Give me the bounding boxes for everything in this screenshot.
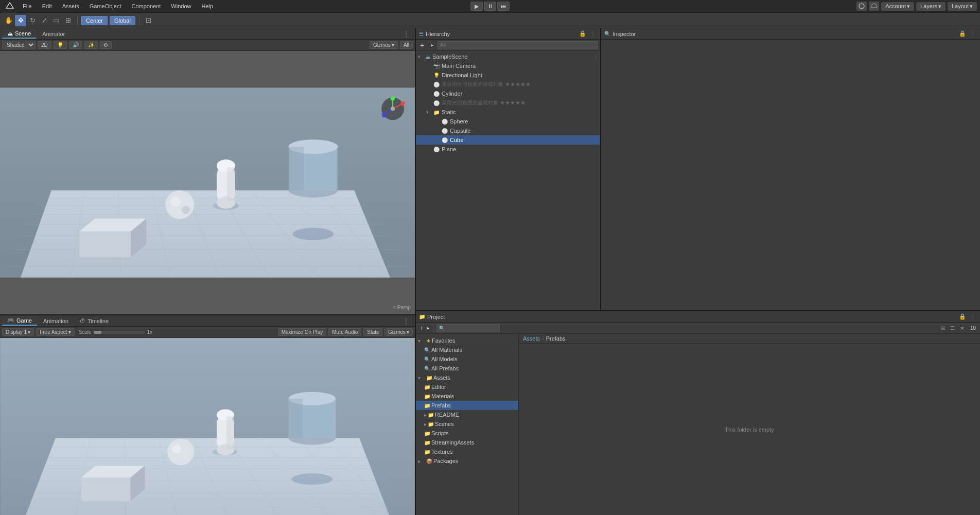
hierarchy-item-unnamed2[interactable]: ▸ ⚪ 采用光照贴图的游戏对象 ★★★★★ [416, 98, 600, 108]
hierarchy-item-plane[interactable]: ▸ ⚪ Plane [416, 145, 600, 154]
menu-file[interactable]: File [18, 2, 37, 11]
layout-button[interactable]: Layout ▾ [948, 2, 977, 11]
tree-item-streaming[interactable]: 📁 StreamingAssets [416, 438, 518, 447]
tab-scene[interactable]: ⛰ Scene [2, 29, 36, 39]
global-button[interactable]: Global [110, 16, 135, 25]
tree-item-favorites[interactable]: ▾ ★ Favorites [416, 336, 518, 345]
inspector-lock-btn[interactable]: 🔒 [958, 30, 967, 38]
stats-btn[interactable]: Stats [363, 328, 382, 336]
menu-window[interactable]: Window [166, 2, 196, 11]
tab-game[interactable]: 🎮 Game [2, 316, 37, 326]
menu-assets[interactable]: Assets [57, 2, 84, 11]
hierarchy-item-dirlight[interactable]: ▸ 💡 Directional Light [416, 70, 600, 80]
tree-item-prefabs[interactable]: 📁 Prefabs [416, 401, 518, 410]
tree-item-textures[interactable]: 📁 Textures [416, 447, 518, 456]
scale-slider[interactable] [94, 331, 145, 334]
assets-folder-icon: 📁 [426, 375, 432, 381]
game-gizmos-btn[interactable]: Gizmos ▾ [384, 328, 413, 336]
account-button[interactable]: Account ▾ [881, 2, 914, 11]
tree-item-all-models[interactable]: 🔍 All Models [416, 354, 518, 364]
menu-edit[interactable]: Edit [37, 2, 57, 11]
center-button[interactable]: Center [81, 16, 108, 25]
scene-settings-btn[interactable]: ⚙ [100, 41, 112, 49]
project-star-btn[interactable]: ★ [958, 324, 967, 332]
rect-tool[interactable]: ▭ [50, 15, 62, 26]
gizmos-btn[interactable]: Gizmos ▾ [370, 41, 398, 49]
cloud-icon[interactable] [869, 2, 879, 11]
tree-item-scenes[interactable]: ▸ 📁 Scenes [416, 419, 518, 429]
hierarchy-menu-btn[interactable]: ⋮ [589, 30, 597, 38]
scene-light-btn[interactable]: 💡 [54, 41, 67, 49]
hierarchy-item-maincamera[interactable]: ▸ 📷 Main Camera [416, 61, 600, 70]
breadcrumb-prefabs[interactable]: Prefabs [546, 335, 566, 342]
scene-viewport[interactable]: x y z < Persp [0, 51, 415, 314]
hierarchy-item-cylinder[interactable]: ▸ ⚪ Cylinder [416, 89, 600, 98]
rotate-tool[interactable]: ↻ [27, 15, 38, 26]
mute-audio-btn[interactable]: Mute Audio [328, 328, 361, 336]
project-search-input[interactable] [446, 324, 497, 332]
game-viewport[interactable] [0, 338, 415, 515]
inspector-menu-btn[interactable]: ⋮ [969, 30, 977, 38]
game-toolbar: Display 1 ▾ Free Aspect ▾ Scale 1x Maxim… [0, 327, 415, 338]
animator-tab-label: Animator [42, 31, 65, 37]
all-btn[interactable]: All [400, 41, 413, 49]
samplescene-icon: ⛰ [425, 54, 430, 60]
hierarchy-expand-btn[interactable]: ▸ [428, 41, 436, 49]
tree-item-all-materials[interactable]: 🔍 All Materials [416, 345, 518, 354]
move-tool[interactable]: ✥ [15, 15, 26, 26]
tree-item-materials[interactable]: 📁 Materials [416, 392, 518, 401]
breadcrumb-assets[interactable]: Assets [523, 335, 540, 342]
hierarchy-item-capsule[interactable]: ▸ ⚪ Capsule [416, 126, 600, 135]
hierarchy-item-cube[interactable]: ▸ ⚪ Cube [416, 135, 600, 145]
project-add-btn[interactable]: + [418, 324, 425, 332]
pause-button[interactable]: ⏸ [484, 2, 496, 11]
tree-item-all-prefabs[interactable]: 🔍 All Prefabs [416, 364, 518, 373]
scene-fx-btn[interactable]: ✨ [84, 41, 98, 49]
tree-item-readme[interactable]: ▸ 📁 README [416, 410, 518, 419]
tree-item-scripts[interactable]: 📁 Scripts [416, 429, 518, 438]
tree-item-editor[interactable]: 📁 Editor [416, 382, 518, 392]
project-filter-btn[interactable]: ☰ [949, 324, 957, 332]
step-button[interactable]: ⏭ [497, 2, 510, 11]
svg-point-37 [182, 206, 190, 214]
tree-item-assets[interactable]: ▾ 📁 Assets [416, 373, 518, 382]
right-top: ☰ Hierarchy 🔒 ⋮ + ▸ ▾ ⛰ SampleScene [416, 28, 980, 311]
2d-button[interactable]: 2D [38, 41, 51, 49]
play-button[interactable]: ▶ [470, 2, 483, 11]
hierarchy-item-samplescene[interactable]: ▾ ⛰ SampleScene ⋮ [416, 52, 600, 61]
tab-animator[interactable]: Animator [37, 30, 70, 38]
shaded-select[interactable]: Shaded [2, 41, 36, 49]
hierarchy-item-sphere[interactable]: ▸ ⚪ Sphere [416, 117, 600, 126]
hierarchy-item-unnamed1[interactable]: ▸ ⚪ 未采用光照贴图的游戏对象 ★★★★★ [416, 80, 600, 89]
tab-animation[interactable]: Animation [38, 317, 74, 325]
scene-more-btn[interactable]: ⋮ [399, 30, 413, 38]
project-lock-btn[interactable]: 🔒 [958, 313, 967, 321]
cube-label: Cube [450, 137, 598, 143]
hierarchy-item-static[interactable]: ▾ 📁 Static [416, 108, 600, 117]
custom-tool[interactable]: ⊡ [143, 15, 154, 26]
collab-icon[interactable] [856, 2, 867, 11]
menu-help[interactable]: Help [196, 2, 218, 11]
inspector-title: Inspector [612, 31, 956, 37]
project-menu-btn[interactable]: ⋮ [969, 313, 977, 321]
hierarchy-lock-btn[interactable]: 🔒 [579, 30, 587, 38]
scene-audio-btn[interactable]: 🔊 [69, 41, 82, 49]
scale-tool[interactable]: ⤢ [39, 15, 50, 26]
all-materials-label: All Materials [431, 347, 516, 353]
menu-component[interactable]: Component [126, 2, 166, 11]
tab-timeline[interactable]: ⏱ Timeline [75, 317, 114, 325]
layers-button[interactable]: Layers ▾ [916, 2, 946, 11]
display-select[interactable]: Display 1 ▾ [2, 328, 34, 336]
menu-gameobject[interactable]: GameObject [84, 2, 127, 11]
project-view-btn[interactable]: ⊞ [939, 324, 947, 332]
game-more-btn[interactable]: ⋮ [399, 317, 413, 325]
aspect-select[interactable]: Free Aspect ▾ [36, 328, 74, 336]
project-expand-btn[interactable]: ▸ [427, 325, 430, 331]
hierarchy-search[interactable] [437, 41, 598, 49]
hierarchy-add-btn[interactable]: + [418, 41, 426, 49]
maximize-on-play-btn[interactable]: Maximize On Play [278, 328, 327, 336]
transform-tool[interactable]: ⊞ [62, 15, 74, 26]
tree-item-packages[interactable]: ▸ 📦 Packages [416, 456, 518, 466]
svg-point-51 [391, 106, 395, 111]
hand-tool[interactable]: ✋ [3, 15, 14, 26]
